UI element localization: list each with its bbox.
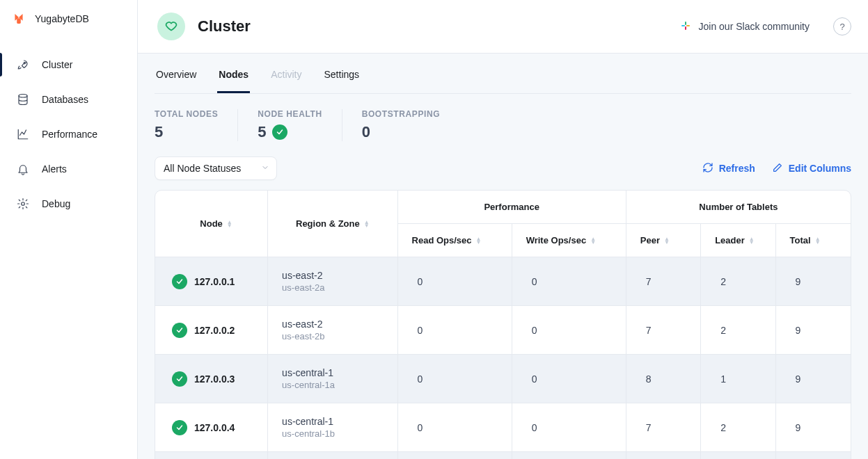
node-ip: 127.0.0.3 xyxy=(194,373,235,385)
cell-read-ops: 0 xyxy=(398,452,512,459)
sidebar-nav: Cluster Databases Performance Alerts xyxy=(0,38,137,221)
sort-icon: ▲▼ xyxy=(227,220,232,227)
sort-icon: ▲▼ xyxy=(364,220,370,227)
tab-settings[interactable]: Settings xyxy=(323,54,361,93)
chart-icon xyxy=(17,128,29,140)
cell-total: 9 xyxy=(776,403,851,452)
table-row[interactable]: 127.0.0.2us-east-2us-east-2b00729 xyxy=(155,306,851,355)
col-write-ops[interactable]: Write Ops/sec▲▼ xyxy=(512,224,626,257)
col-read-ops[interactable]: Read Ops/sec▲▼ xyxy=(398,224,512,257)
status-check-icon xyxy=(172,371,187,387)
sort-icon: ▲▼ xyxy=(815,237,821,244)
sort-icon: ▲▼ xyxy=(590,237,596,244)
database-icon xyxy=(17,93,29,106)
refresh-button[interactable]: Refresh xyxy=(702,162,755,175)
help-button[interactable]: ? xyxy=(833,17,851,35)
stat-bootstrapping: BOOTSTRAPPING 0 xyxy=(342,109,459,141)
refresh-icon xyxy=(702,162,713,175)
zone: us-east-2b xyxy=(282,331,383,341)
region: us-east-2 xyxy=(282,319,383,330)
pencil-icon xyxy=(772,162,783,175)
zone: us-central-1b xyxy=(282,428,383,439)
cell-write-ops: 0 xyxy=(512,306,626,355)
zone: us-east-2a xyxy=(282,282,383,293)
edit-columns-button[interactable]: Edit Columns xyxy=(772,162,851,175)
svg-point-2 xyxy=(19,95,27,98)
status-check-icon xyxy=(172,323,187,338)
table-row[interactable]: 127.0.0.3us-central-1us-central-1a00819 xyxy=(155,355,851,403)
cell-peer: 7 xyxy=(626,452,701,459)
cell-write-ops: 0 xyxy=(512,403,626,452)
gear-icon xyxy=(17,198,29,210)
tab-nodes[interactable]: Nodes xyxy=(217,54,250,93)
cell-node: 127.0.0.3 xyxy=(155,355,268,403)
sidebar-item-debug[interactable]: Debug xyxy=(0,186,137,221)
cell-region: us-east-2us-east-2b xyxy=(268,306,397,355)
chevron-down-icon xyxy=(261,163,269,174)
cell-node: 127.0.0.4 xyxy=(155,403,268,452)
col-group-performance: Performance xyxy=(398,191,626,224)
col-region-zone[interactable]: Region & Zone▲▼ xyxy=(268,191,397,257)
col-peer[interactable]: Peer▲▼ xyxy=(626,224,701,257)
cell-region: us-west-1us-west-1a xyxy=(268,452,397,459)
svg-rect-4 xyxy=(681,25,685,26)
check-icon xyxy=(272,124,287,140)
tab-activity: Activity xyxy=(269,54,303,93)
brand[interactable]: YugabyteDB xyxy=(0,13,137,38)
heart-icon xyxy=(164,19,178,35)
cell-write-ops: 0 xyxy=(512,257,626,306)
health-chip xyxy=(157,13,185,40)
cell-total: 9 xyxy=(776,452,851,459)
sidebar-item-label: Databases xyxy=(42,94,88,105)
cell-leader: 2 xyxy=(701,306,775,355)
table-row[interactable]: 127.0.0.4us-central-1us-central-1b00729 xyxy=(155,403,851,452)
cell-peer: 7 xyxy=(626,257,701,306)
sidebar-item-label: Performance xyxy=(42,129,97,140)
sidebar-item-databases[interactable]: Databases xyxy=(0,82,137,117)
sort-icon: ▲▼ xyxy=(749,237,755,244)
bell-icon xyxy=(17,163,29,175)
logo-icon xyxy=(13,13,25,25)
content: Overview Nodes Activity Settings TOTAL N… xyxy=(138,53,868,459)
sidebar-item-alerts[interactable]: Alerts xyxy=(0,152,137,186)
node-ip: 127.0.0.1 xyxy=(194,276,235,287)
stats-row: TOTAL NODES 5 NODE HEALTH 5 BOOTSTRAPPIN… xyxy=(155,94,851,154)
brand-name: YugabyteDB xyxy=(35,13,89,24)
stat-label: TOTAL NODES xyxy=(155,109,218,119)
sidebar-item-performance[interactable]: Performance xyxy=(0,117,137,152)
nodes-table: Node▲▼ Region & Zone▲▼ Performance Numbe… xyxy=(155,190,851,459)
stat-label: BOOTSTRAPPING xyxy=(362,109,440,119)
cell-read-ops: 0 xyxy=(398,257,512,306)
cell-region: us-central-1us-central-1a xyxy=(268,355,397,403)
cell-region: us-east-2us-east-2a xyxy=(268,257,397,306)
sidebar-item-label: Cluster xyxy=(42,59,72,70)
slack-label: Join our Slack community xyxy=(698,21,810,32)
refresh-label: Refresh xyxy=(719,163,755,174)
table-row[interactable]: 127.0.0.1us-east-2us-east-2a00729 xyxy=(155,257,851,306)
cell-total: 9 xyxy=(776,355,851,403)
cell-total: 9 xyxy=(776,306,851,355)
stat-value: 0 xyxy=(362,123,370,141)
cell-peer: 8 xyxy=(626,355,701,403)
region: us-east-2 xyxy=(282,270,383,281)
col-leader[interactable]: Leader▲▼ xyxy=(701,224,775,257)
cell-read-ops: 0 xyxy=(398,403,512,452)
node-ip: 127.0.0.4 xyxy=(194,422,235,433)
cell-read-ops: 0 xyxy=(398,306,512,355)
sidebar-item-label: Alerts xyxy=(42,163,67,175)
status-filter-select[interactable]: All Node Statuses xyxy=(155,156,277,180)
tab-overview[interactable]: Overview xyxy=(155,54,198,93)
cell-write-ops: 0 xyxy=(512,355,626,403)
cell-peer: 7 xyxy=(626,403,701,452)
slack-link[interactable]: Join our Slack community xyxy=(680,20,810,33)
table-row[interactable]: 127.0.0.5us-west-1us-west-1a00729 xyxy=(155,452,851,459)
rocket-icon xyxy=(17,58,29,71)
sidebar-item-cluster[interactable]: Cluster xyxy=(0,47,137,82)
main: Cluster Join our Slack community ? xyxy=(138,0,868,459)
page-title: Cluster xyxy=(198,17,251,35)
svg-rect-5 xyxy=(685,22,686,25)
region: us-central-1 xyxy=(282,367,383,378)
col-node[interactable]: Node▲▼ xyxy=(155,191,268,257)
cell-node: 127.0.0.1 xyxy=(155,257,268,306)
col-total[interactable]: Total▲▼ xyxy=(776,224,851,257)
